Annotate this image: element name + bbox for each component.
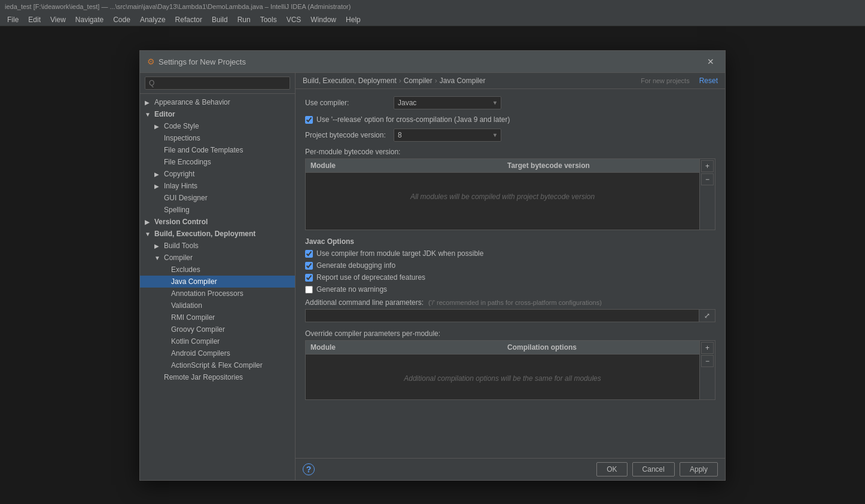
tree-item-actionscript[interactable]: ActionScript & Flex Compiler <box>140 359 295 371</box>
expand-icon: ▶ <box>154 183 162 190</box>
compiler-row: Use compiler: Javac Eclipse Ajc ▼ <box>305 96 715 109</box>
tree-item-label: Annotation Processors <box>171 289 243 298</box>
report-deprecated-row: Report use of deprecated features <box>305 273 715 282</box>
generate-debug-checkbox[interactable] <box>305 262 313 270</box>
per-module-section: Per-module bytecode version: Module Targ… <box>305 148 715 230</box>
tree-item-rmi[interactable]: RMI Compiler <box>140 311 295 323</box>
tree-item-build-exec[interactable]: ▼ Build, Execution, Deployment <box>140 228 295 240</box>
modal-title: ⚙ Settings for New Projects <box>147 57 246 66</box>
menu-bar: File Edit View Navigate Code Analyze Ref… <box>0 13 865 26</box>
tree-item-kotlin[interactable]: Kotlin Compiler <box>140 335 295 347</box>
cancel-button[interactable]: Cancel <box>632 462 675 476</box>
reset-button[interactable]: Reset <box>699 77 718 85</box>
table-main: Module Target bytecode version All modul… <box>306 159 699 230</box>
cross-compile-row: Use '--release' option for cross-compila… <box>305 115 715 124</box>
tree-item-version-control[interactable]: ▶ Version Control <box>140 216 295 228</box>
settings-content: Use compiler: Javac Eclipse Ajc ▼ <box>296 89 725 458</box>
tree-item-inspections[interactable]: Inspections <box>140 132 295 144</box>
cmd-params-label-row: Additional command line parameters: ('/'… <box>305 298 715 307</box>
override-label: Override compiler parameters per-module: <box>305 329 715 338</box>
tree-item-code-style[interactable]: ▶ Code Style <box>140 120 295 132</box>
menu-tools[interactable]: Tools <box>255 14 282 25</box>
expand-icon: ▶ <box>154 123 162 130</box>
menu-view[interactable]: View <box>45 14 71 25</box>
compiler-select[interactable]: Javac Eclipse Ajc <box>394 96 501 109</box>
report-deprecated-checkbox[interactable] <box>305 274 313 282</box>
tree-item-label: Kotlin Compiler <box>171 337 220 346</box>
cmd-params-section: Additional command line parameters: ('/'… <box>305 298 715 322</box>
close-button[interactable]: ✕ <box>703 56 718 68</box>
tree-item-compiler[interactable]: ▼ Compiler <box>140 252 295 264</box>
tree-item-groovy[interactable]: Groovy Compiler <box>140 323 295 335</box>
menu-navigate[interactable]: Navigate <box>71 14 108 25</box>
tree-item-copyright[interactable]: ▶ Copyright <box>140 168 295 180</box>
tree-item-excludes[interactable]: Excludes <box>140 264 295 276</box>
title-bar: ieda_test [F:\ideawork\ieda_test] — ...\… <box>0 0 865 13</box>
javac-options-label: Javac Options <box>305 237 715 246</box>
cross-compile-checkbox[interactable] <box>305 116 313 124</box>
tree-item-remote-jar[interactable]: Remote Jar Repositories <box>140 371 295 383</box>
override-table-header: Module Compilation options <box>306 341 699 355</box>
ok-button[interactable]: OK <box>596 462 627 476</box>
tree-item-file-templates[interactable]: File and Code Templates <box>140 144 295 156</box>
tree-item-file-encodings[interactable]: File Encodings <box>140 156 295 168</box>
tree-item-build-tools[interactable]: ▶ Build Tools <box>140 240 295 252</box>
menu-code[interactable]: Code <box>108 14 135 25</box>
tree-item-gui-designer[interactable]: GUI Designer <box>140 192 295 204</box>
expand-icon: ▼ <box>145 231 152 237</box>
tree-item-validation[interactable]: Validation <box>140 300 295 311</box>
menu-edit[interactable]: Edit <box>23 14 45 25</box>
remove-override-button[interactable]: − <box>701 355 714 367</box>
tree-item-label: GUI Designer <box>164 194 208 202</box>
add-override-button[interactable]: + <box>701 342 714 354</box>
tree-item-annotation[interactable]: Annotation Processors <box>140 288 295 300</box>
menu-help[interactable]: Help <box>341 14 366 25</box>
cmd-params-label: Additional command line parameters: <box>305 298 424 307</box>
cmd-params-input[interactable] <box>306 310 699 322</box>
tree-item-label: Compiler <box>164 253 193 262</box>
menu-run[interactable]: Run <box>233 14 255 25</box>
menu-window[interactable]: Window <box>306 14 341 25</box>
generate-debug-label: Generate debugging info <box>316 261 395 270</box>
tree-item-label: Inlay Hints <box>164 182 197 190</box>
cmd-expand-button[interactable]: ⤢ <box>699 310 715 322</box>
menu-vcs[interactable]: VCS <box>282 14 306 25</box>
bytecode-version-input[interactable] <box>394 129 501 142</box>
breadcrumb-bar: Build, Execution, Deployment › Compiler … <box>296 73 725 89</box>
tree-item-label: Build Tools <box>164 242 199 250</box>
expand-icon: ▼ <box>145 111 152 118</box>
menu-build[interactable]: Build <box>207 14 233 25</box>
tree-item-java-compiler[interactable]: Java Compiler <box>140 276 295 288</box>
cmd-params-hint: ('/' recommended in paths for cross-plat… <box>428 299 602 306</box>
tree-item-editor[interactable]: ▼ Editor <box>140 108 295 120</box>
bytecode-version-row: Project bytecode version: ▼ <box>305 129 715 142</box>
tree-item-appearance[interactable]: ▶ Appearance & Behavior <box>140 96 295 108</box>
tree-item-label: Appearance & Behavior <box>154 98 230 106</box>
col-target: Target bytecode version <box>502 159 699 172</box>
use-compiler-label: Use compiler: <box>305 99 389 107</box>
bottom-bar: ? OK Cancel Apply <box>296 458 725 480</box>
col-module: Module <box>306 159 502 172</box>
generate-no-warnings-checkbox[interactable] <box>305 286 313 294</box>
tree-item-inlay-hints[interactable]: ▶ Inlay Hints <box>140 180 295 192</box>
tree-item-label: Excludes <box>171 265 200 274</box>
remove-module-button[interactable]: − <box>701 173 714 185</box>
use-compiler-module-checkbox[interactable] <box>305 250 313 258</box>
tree-item-spelling[interactable]: Spelling <box>140 204 295 216</box>
menu-analyze[interactable]: Analyze <box>135 14 170 25</box>
breadcrumb-sep1: › <box>399 77 401 85</box>
table-action-btns: + − <box>699 159 715 230</box>
breadcrumb-sep2: › <box>435 77 437 85</box>
add-module-button[interactable]: + <box>701 160 714 172</box>
search-box <box>140 73 295 94</box>
cross-compile-label: Use '--release' option for cross-compila… <box>316 115 510 124</box>
search-input[interactable] <box>145 77 290 90</box>
menu-file[interactable]: File <box>2 14 23 25</box>
menu-refactor[interactable]: Refactor <box>170 14 207 25</box>
use-compiler-module-label: Use compiler from module target JDK when… <box>316 249 483 258</box>
tree-item-android[interactable]: Android Compilers <box>140 347 295 359</box>
help-button[interactable]: ? <box>303 463 315 475</box>
override-col-module: Module <box>306 341 502 354</box>
tree-item-label: RMI Compiler <box>171 313 215 322</box>
apply-button[interactable]: Apply <box>680 462 718 476</box>
